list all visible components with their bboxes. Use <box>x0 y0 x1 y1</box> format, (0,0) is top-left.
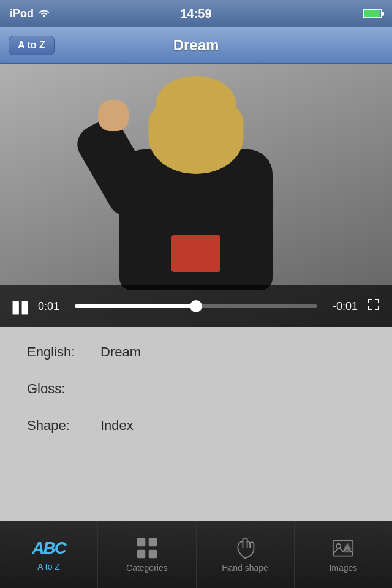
english-row: English: Dream <box>27 344 365 360</box>
gloss-row: Gloss: <box>27 381 365 397</box>
fullscreen-button[interactable] <box>366 297 381 315</box>
abc-icon: ABC <box>32 538 66 558</box>
progress-fill <box>75 304 196 308</box>
tab-a-to-z[interactable]: ABC A to Z <box>0 521 98 588</box>
pause-button[interactable]: ▮▮ <box>11 296 29 317</box>
shape-value: Index <box>100 418 134 434</box>
video-area: ▮▮ 0:01 -0:01 <box>0 64 392 327</box>
remaining-time: -0:01 <box>326 300 358 313</box>
tab-categories-label: Categories <box>126 563 168 573</box>
english-label: English: <box>27 344 100 360</box>
svg-rect-2 <box>137 549 146 558</box>
wifi-icon <box>37 7 51 20</box>
status-bar: iPod 14:59 <box>0 0 392 27</box>
hand-figure <box>98 100 129 131</box>
shape-row: Shape: Index <box>27 418 365 434</box>
english-value: Dream <box>100 344 141 360</box>
tab-hand-shape[interactable]: Hand shape <box>197 521 295 588</box>
video-controls: ▮▮ 0:01 -0:01 <box>0 285 392 327</box>
page-title: Dream <box>173 37 219 54</box>
back-button[interactable]: A to Z <box>9 36 55 55</box>
nav-bar: A to Z Dream <box>0 27 392 64</box>
progress-bar[interactable] <box>75 304 317 308</box>
shape-label: Shape: <box>27 418 100 434</box>
tab-a-to-z-label: A to Z <box>37 562 60 571</box>
tab-images[interactable]: Images <box>295 521 392 588</box>
svg-rect-3 <box>149 549 157 558</box>
person-figure <box>80 82 312 290</box>
gloss-label: Gloss: <box>27 381 100 397</box>
hair <box>156 76 236 131</box>
tab-images-label: Images <box>329 563 357 573</box>
hand-shape-icon <box>234 537 256 559</box>
current-time: 0:01 <box>38 300 66 313</box>
svg-rect-0 <box>137 538 146 546</box>
shirt <box>172 235 221 272</box>
info-area: English: Dream Gloss: Shape: Index <box>0 327 392 434</box>
tab-hand-shape-label: Hand shape <box>222 563 268 573</box>
battery-icon <box>363 9 382 18</box>
progress-thumb[interactable] <box>190 300 202 312</box>
images-icon <box>332 537 354 559</box>
status-time: 14:59 <box>180 7 211 21</box>
tab-bar: ABC A to Z Categories Hand shape Ima <box>0 521 392 588</box>
svg-rect-1 <box>149 538 157 546</box>
device-label: iPod <box>10 7 34 20</box>
tab-categories[interactable]: Categories <box>98 521 196 588</box>
categories-icon <box>136 537 158 559</box>
